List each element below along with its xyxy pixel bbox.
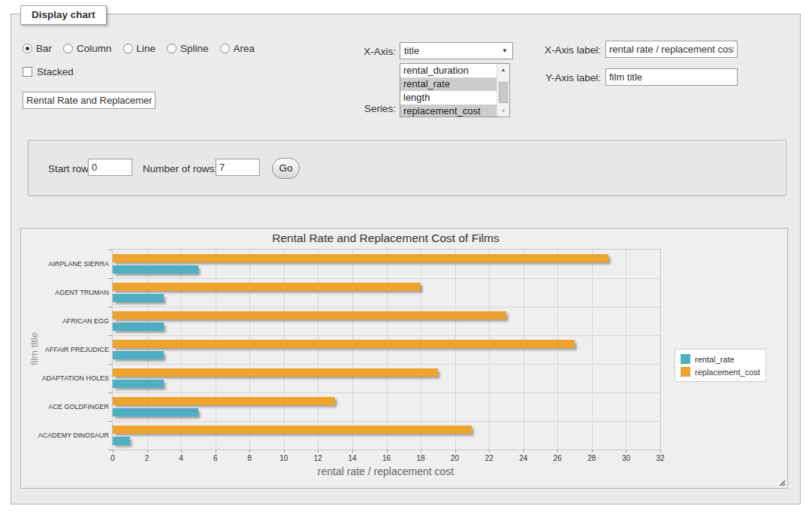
axis-tick (660, 450, 661, 453)
number-of-rows-input[interactable] (216, 159, 260, 176)
category-label: AGENT TRUMAN (26, 289, 109, 296)
gridline (592, 250, 593, 450)
chart-type-line[interactable]: Line (123, 43, 156, 54)
bar-replacement_cost (113, 426, 472, 434)
legend-swatch (681, 367, 690, 377)
legend-item-rental_rate: rental_rate (681, 353, 760, 365)
x-tick-label: 26 (546, 454, 569, 462)
x-axis-label-input[interactable] (605, 41, 738, 58)
axis-tick (108, 278, 112, 279)
gridline (147, 250, 148, 450)
x-axis-select[interactable]: title ▼ (400, 42, 513, 59)
fieldset-legend: Display chart (20, 5, 107, 25)
scroll-up-icon[interactable]: ▲ (497, 64, 509, 75)
axis-tick (108, 364, 112, 365)
axis-tick (108, 392, 112, 393)
x-tick-label: 10 (273, 454, 295, 462)
x-axis-label-field-label: X-Axis label: (533, 44, 601, 56)
gridline (421, 250, 421, 450)
gridline (318, 250, 318, 450)
bar-replacement_cost (113, 254, 608, 262)
radio-icon[interactable] (123, 44, 133, 53)
chart-type-label: Column (77, 43, 112, 54)
checkbox-icon[interactable] (23, 67, 32, 77)
bar-replacement_cost (113, 397, 335, 405)
x-tick-label: 22 (478, 454, 500, 462)
chart-type-label: Line (137, 43, 156, 54)
radio-icon[interactable] (220, 44, 230, 53)
gridline (113, 364, 660, 365)
chart-type-label: Spline (180, 43, 209, 54)
y-axis-title: film title (29, 319, 41, 379)
gridline (113, 278, 660, 279)
radio-icon[interactable] (23, 44, 32, 53)
go-button[interactable]: Go (272, 158, 300, 179)
scroll-down-icon[interactable]: ▼ (497, 105, 509, 117)
x-axis-field-label: X-Axis: (331, 46, 396, 57)
y-axis-label-input[interactable] (605, 68, 738, 86)
axis-tick (108, 307, 112, 308)
chart-type-options: BarColumnLineSplineArea (23, 43, 255, 54)
radio-icon[interactable] (63, 44, 73, 53)
page: Display chart BarColumnLineSplineArea St… (0, 0, 812, 512)
axis-tick (147, 450, 148, 453)
gridline (284, 250, 285, 450)
series-option-replacement_cost[interactable]: replacement_cost (400, 105, 509, 117)
chart-type-column[interactable]: Column (63, 43, 112, 54)
chart-type-spline[interactable]: Spline (167, 43, 209, 54)
x-tick-label: 14 (341, 454, 364, 462)
gridline (557, 250, 558, 450)
gridline (216, 250, 216, 450)
series-option-rental_duration[interactable]: rental_duration (400, 64, 509, 77)
axis-tick (113, 450, 113, 453)
axis-tick (421, 450, 421, 453)
axis-tick (592, 450, 593, 453)
x-tick-label: 16 (376, 454, 398, 462)
chart-type-area[interactable]: Area (220, 43, 255, 54)
stacked-checkbox[interactable]: Stacked (23, 66, 74, 77)
axis-tick (181, 450, 182, 453)
x-tick-label: 28 (581, 454, 603, 462)
gridline (249, 250, 250, 450)
gridline (352, 250, 353, 450)
y-axis-label-field-label: Y-Axis label: (533, 72, 601, 83)
gridline (113, 335, 660, 336)
x-tick-label: 2 (136, 454, 158, 462)
gridline (113, 307, 660, 308)
series-select[interactable]: rental_durationrental_ratelengthreplacem… (400, 63, 510, 117)
x-tick-label: 8 (238, 454, 261, 462)
axis-tick (108, 450, 112, 450)
plot-area: 02468101214161820222426283032AIRPLANE SI… (112, 249, 661, 450)
x-tick-label: 12 (306, 454, 329, 462)
x-tick-label: 18 (409, 454, 432, 462)
bar-replacement_cost (113, 368, 438, 377)
chart-type-bar[interactable]: Bar (23, 43, 52, 54)
chart-legend: rental_ratereplacement_cost (675, 349, 766, 382)
gridline (455, 250, 456, 450)
axis-tick (626, 450, 626, 453)
series-scrollbar[interactable]: ▲ ▼ (497, 64, 509, 117)
axis-tick (387, 450, 388, 453)
legend-swatch (681, 354, 690, 364)
x-axis-title: rental rate / replacement cost (112, 465, 660, 477)
chart-title-input[interactable] (23, 92, 155, 109)
radio-icon[interactable] (167, 44, 177, 53)
category-label: ACADEMY DINOSAUR (26, 432, 109, 439)
chevron-down-icon: ▼ (502, 43, 508, 59)
scrollbar-thumb[interactable] (499, 82, 508, 103)
category-label: AIRPLANE SIERRA (26, 260, 109, 268)
axis-tick (524, 450, 524, 453)
bar-replacement_cost (113, 311, 506, 320)
x-tick-label: 30 (614, 454, 637, 462)
axis-tick (455, 450, 456, 453)
start-row-label: Start row: (48, 163, 92, 174)
start-row-input[interactable] (88, 159, 132, 176)
series-option-rental_rate[interactable]: rental_rate (400, 77, 509, 91)
resize-handle-icon[interactable] (777, 478, 785, 486)
axis-tick (108, 335, 112, 336)
axis-tick (557, 450, 558, 453)
series-option-length[interactable]: length (400, 91, 509, 105)
bar-rental_rate (113, 380, 164, 388)
bar-rental_rate (113, 265, 198, 274)
chart-type-label: Area (234, 43, 255, 54)
